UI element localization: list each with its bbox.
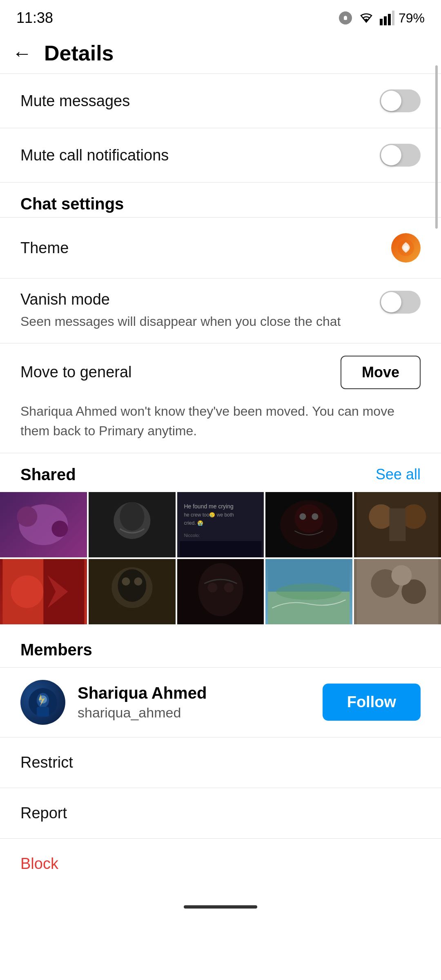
shared-header: Shared See all bbox=[0, 453, 441, 492]
media-cell-8[interactable] bbox=[177, 559, 264, 624]
vanish-mode-label: Vanish mode bbox=[20, 291, 368, 308]
mute-calls-toggle[interactable] bbox=[380, 144, 421, 167]
svg-rect-5 bbox=[392, 11, 394, 25]
signal-icon bbox=[380, 11, 394, 25]
svg-point-33 bbox=[134, 577, 142, 586]
svg-point-12 bbox=[120, 502, 144, 531]
svg-rect-4 bbox=[388, 14, 391, 25]
media-cell-6[interactable] bbox=[0, 559, 87, 624]
notification-icon bbox=[338, 11, 353, 25]
svg-point-40 bbox=[276, 584, 342, 600]
members-title: Members bbox=[0, 624, 441, 667]
block-row[interactable]: Block bbox=[0, 839, 441, 889]
vanish-mode-row: Vanish mode Seen messages will disappear… bbox=[0, 278, 441, 343]
vanish-text-block: Vanish mode Seen messages will disappear… bbox=[20, 291, 380, 331]
restrict-row[interactable]: Restrict bbox=[0, 737, 441, 788]
media-cell-1[interactable] bbox=[0, 492, 87, 557]
wifi-icon bbox=[357, 11, 376, 25]
svg-point-29 bbox=[11, 575, 43, 608]
member-info: Shariqua Ahmed shariqua_ahmed bbox=[78, 684, 310, 721]
battery-level: 79% bbox=[399, 11, 425, 26]
status-time: 11:38 bbox=[16, 9, 53, 27]
theme-icon bbox=[391, 233, 421, 263]
move-label: Move to general bbox=[20, 363, 132, 381]
report-row[interactable]: Report bbox=[0, 788, 441, 838]
bottom-bar bbox=[0, 897, 441, 921]
theme-row[interactable]: Theme bbox=[0, 218, 441, 278]
svg-point-32 bbox=[122, 577, 130, 586]
svg-rect-3 bbox=[384, 16, 387, 25]
svg-point-36 bbox=[207, 583, 217, 592]
svg-point-22 bbox=[312, 513, 318, 520]
svg-rect-2 bbox=[380, 19, 383, 25]
media-cell-10[interactable] bbox=[354, 559, 441, 624]
page-title: Details bbox=[44, 41, 114, 65]
member-name: Shariqua Ahmed bbox=[78, 684, 310, 702]
mute-messages-row: Mute messages bbox=[0, 74, 441, 128]
svg-point-20 bbox=[295, 504, 323, 533]
vanish-mode-toggle[interactable] bbox=[380, 291, 421, 314]
svg-rect-18 bbox=[180, 541, 261, 557]
member-avatar bbox=[20, 680, 65, 725]
back-button[interactable]: ← bbox=[12, 42, 32, 65]
svg-text:cried. 😭: cried. 😭 bbox=[184, 520, 203, 526]
member-username: shariqua_ahmed bbox=[78, 705, 310, 721]
chat-settings-heading: Chat settings bbox=[0, 183, 441, 217]
svg-point-9 bbox=[17, 506, 37, 527]
shared-title: Shared bbox=[20, 466, 76, 484]
svg-text:Niccolo:: Niccolo: bbox=[184, 533, 200, 538]
mute-calls-label: Mute call notifications bbox=[20, 147, 169, 164]
media-grid: He found me crying he crew too🥲 we both … bbox=[0, 492, 441, 624]
svg-rect-26 bbox=[390, 508, 406, 541]
media-cell-3[interactable]: He found me crying he crew too🥲 we both … bbox=[177, 492, 264, 557]
media-cell-5[interactable] bbox=[354, 492, 441, 557]
svg-point-1 bbox=[347, 13, 351, 18]
avatar-image bbox=[29, 688, 57, 717]
member-row: Shariqua Ahmed shariqua_ahmed Follow bbox=[0, 668, 441, 737]
move-description: Shariqua Ahmed won't know they've been m… bbox=[0, 401, 441, 453]
toggle-knob-3 bbox=[381, 292, 401, 312]
toggle-knob bbox=[381, 91, 401, 111]
status-bar: 11:38 79% bbox=[0, 0, 441, 33]
toggle-knob-2 bbox=[381, 145, 401, 165]
see-all-button[interactable]: See all bbox=[376, 466, 421, 483]
mute-calls-row: Mute call notifications bbox=[0, 128, 441, 182]
media-cell-2[interactable] bbox=[89, 492, 176, 557]
move-general-row: Move to general Move bbox=[0, 343, 441, 401]
mute-messages-label: Mute messages bbox=[20, 92, 130, 110]
svg-point-37 bbox=[224, 583, 234, 592]
status-right-icons: 79% bbox=[338, 11, 425, 26]
vanish-mode-desc: Seen messages will disappear when you cl… bbox=[20, 312, 368, 331]
home-indicator bbox=[184, 905, 257, 909]
svg-point-44 bbox=[392, 565, 412, 586]
media-cell-4[interactable] bbox=[265, 492, 352, 557]
svg-point-21 bbox=[300, 513, 306, 520]
scrollbar[interactable] bbox=[435, 65, 438, 229]
follow-button[interactable]: Follow bbox=[323, 684, 421, 721]
svg-text:He found me crying: He found me crying bbox=[184, 503, 233, 510]
svg-point-10 bbox=[51, 521, 68, 537]
svg-point-7 bbox=[403, 245, 408, 250]
mute-messages-toggle[interactable] bbox=[380, 89, 421, 112]
svg-point-35 bbox=[198, 563, 243, 616]
svg-rect-47 bbox=[37, 707, 49, 717]
svg-text:he crew too🥲 we both: he crew too🥲 we both bbox=[184, 512, 234, 518]
media-cell-9[interactable] bbox=[265, 559, 352, 624]
media-cell-7[interactable] bbox=[89, 559, 176, 624]
page-header: ← Details bbox=[0, 33, 441, 74]
theme-label: Theme bbox=[20, 239, 69, 257]
move-button[interactable]: Move bbox=[341, 356, 421, 389]
svg-point-31 bbox=[118, 569, 146, 602]
